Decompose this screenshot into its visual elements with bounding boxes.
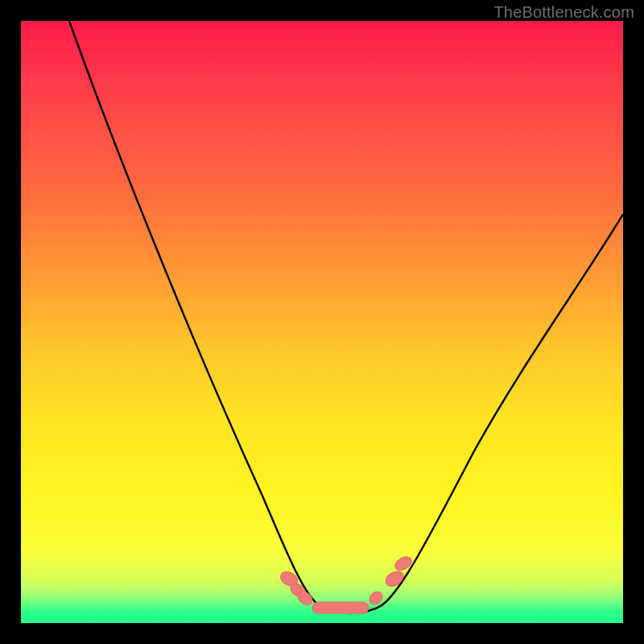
floor-marker [312,602,369,613]
floor-marker-group [279,554,414,613]
bottleneck-curve-layer [21,21,623,623]
watermark-text: TheBottleneck.com [493,3,634,22]
floor-marker [383,568,407,589]
plot-area [21,21,623,623]
outer-frame: TheBottleneck.com [0,0,644,644]
bottleneck-curve [69,21,623,613]
